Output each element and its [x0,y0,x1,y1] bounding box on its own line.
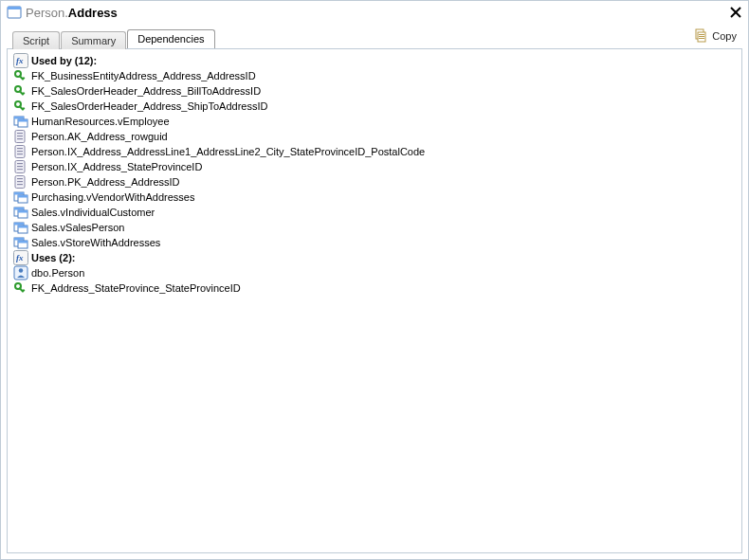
used-by-item-label: Person.PK_Address_AddressID [31,174,180,190]
schema-icon [13,265,28,280]
copy-button[interactable]: Copy [689,27,740,45]
used-by-item-label: Sales.vSalesPerson [31,220,124,235]
used-by-item-label: Person.AK_Address_rowguid [31,129,168,144]
used-by-list: FK_BusinessEntityAddress_Address_Address… [11,68,738,250]
fx-icon [13,250,28,265]
tabset: Script Summary Dependencies [12,29,216,48]
used-by-item[interactable]: Purchasing.vVendorWithAddresses [13,190,738,205]
index-icon [13,174,28,190]
titlebar: Person.Address [1,1,748,22]
used-by-item-label: FK_SalesOrderHeader_Address_BillToAddres… [31,83,261,99]
toolbar: Script Summary Dependencies Copy [1,22,748,48]
used-by-item-label: FK_SalesOrderHeader_Address_ShipToAddres… [31,99,267,114]
index-icon [13,159,28,174]
close-button[interactable] [729,6,742,19]
view-icon [13,220,28,235]
used-by-item-label: Person.IX_Address_StateProvinceID [31,159,202,174]
used-by-item-label: HumanResources.vEmployee [31,114,170,129]
copy-label: Copy [712,30,737,42]
key-icon [13,83,28,99]
tab-dependencies[interactable]: Dependencies [127,29,214,48]
used-by-item[interactable]: Person.IX_Address_AddressLine1_AddressLi… [13,144,738,159]
title-object: Address [68,6,118,20]
used-by-item[interactable]: Sales.vSalesPerson [13,220,738,235]
used-by-item[interactable]: FK_BusinessEntityAddress_Address_Address… [13,68,738,83]
used-by-item[interactable]: Sales.vIndividualCustomer [13,205,738,220]
window: Person.Address Script Summary Dependenci… [0,0,749,560]
used-by-item-label: FK_BusinessEntityAddress_Address_Address… [31,68,256,83]
used-by-item-label: Person.IX_Address_AddressLine1_AddressLi… [31,144,425,159]
uses-item[interactable]: FK_Address_StateProvince_StateProvinceID [13,280,738,296]
tab-summary[interactable]: Summary [61,31,126,49]
used-by-label: Used by (12): [31,53,97,68]
used-by-item-label: Sales.vStoreWithAddresses [31,235,160,250]
used-by-item[interactable]: FK_SalesOrderHeader_Address_ShipToAddres… [13,99,738,114]
used-by-item[interactable]: HumanResources.vEmployee [13,114,738,129]
table-icon [7,5,22,20]
key-icon [13,280,28,296]
key-icon [13,99,28,114]
dependency-tree: Used by (12): FK_BusinessEntityAddress_A… [11,53,738,296]
dependencies-panel: Used by (12): FK_BusinessEntityAddress_A… [7,48,742,553]
uses-group[interactable]: Uses (2): [13,250,738,265]
used-by-group[interactable]: Used by (12): [13,53,738,68]
fx-icon [13,53,28,68]
index-icon [13,144,28,159]
window-title: Person.Address [26,6,729,20]
used-by-item[interactable]: Sales.vStoreWithAddresses [13,235,738,250]
index-icon [13,129,28,144]
used-by-item[interactable]: Person.AK_Address_rowguid [13,129,738,144]
copy-icon [693,28,708,44]
view-icon [13,114,28,129]
view-icon [13,190,28,205]
tab-script[interactable]: Script [12,31,60,49]
used-by-item[interactable]: FK_SalesOrderHeader_Address_BillToAddres… [13,83,738,99]
view-icon [13,235,28,250]
view-icon [13,205,28,220]
used-by-item[interactable]: Person.PK_Address_AddressID [13,174,738,190]
used-by-item[interactable]: Person.IX_Address_StateProvinceID [13,159,738,174]
used-by-item-label: Sales.vIndividualCustomer [31,205,155,220]
used-by-item-label: Purchasing.vVendorWithAddresses [31,190,194,205]
uses-list: dbo.PersonFK_Address_StateProvince_State… [11,265,738,296]
key-icon [13,68,28,83]
uses-item-label: FK_Address_StateProvince_StateProvinceID [31,280,241,296]
uses-item-label: dbo.Person [31,265,84,280]
content-wrap: Used by (12): FK_BusinessEntityAddress_A… [1,48,748,559]
uses-label: Uses (2): [31,250,75,265]
uses-item[interactable]: dbo.Person [13,265,738,280]
title-schema: Person. [26,6,68,20]
